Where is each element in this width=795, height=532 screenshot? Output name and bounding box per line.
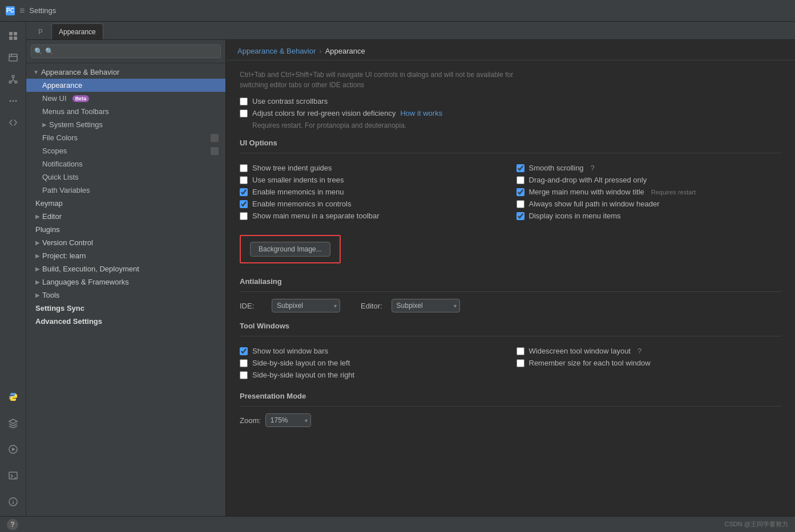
how-it-works-link[interactable]: How it works <box>400 109 442 117</box>
side-by-side-left-checkbox[interactable] <box>240 359 248 367</box>
merge-menu-checkbox[interactable] <box>516 188 524 196</box>
widescreen-help-icon[interactable]: ? <box>637 347 641 355</box>
show-tool-bars-checkbox[interactable] <box>240 347 248 355</box>
ui-options-divider <box>240 153 781 153</box>
always-full-path-row: Always show full path in window header <box>516 200 782 208</box>
sidebar-item-advanced-settings[interactable]: Advanced Settings <box>26 315 225 328</box>
svg-point-5 <box>12 75 14 78</box>
sidebar-item-version-control[interactable]: ▶ Version Control <box>26 236 225 249</box>
search-input[interactable] <box>31 44 221 58</box>
zoom-label: Zoom: <box>240 416 261 425</box>
app-icon: PC <box>6 6 15 15</box>
red-green-checkbox[interactable] <box>240 109 248 117</box>
side-by-side-right-label[interactable]: Side-by-side layout on the right <box>252 371 354 379</box>
sidebar-icon-run[interactable] <box>3 440 23 459</box>
editor-aa-label: Editor: <box>361 302 382 310</box>
sidebar-item-appearance-behavior[interactable]: ▼ Appearance & Behavior <box>26 66 225 79</box>
sidebar-item-plugins[interactable]: Plugins <box>26 223 225 236</box>
widescreen-label[interactable]: Widescreen tool window layout <box>529 347 631 355</box>
mnemonics-controls-row: Enable mnemonics in controls <box>240 200 505 208</box>
sidebar-icon-modules[interactable] <box>3 70 23 89</box>
sidebar-icon-expand[interactable] <box>3 113 23 132</box>
smaller-indents-label[interactable]: Use smaller indents in trees <box>252 176 344 184</box>
help-button[interactable]: ? <box>7 519 18 530</box>
file-colors-icon <box>211 134 219 142</box>
widescreen-checkbox[interactable] <box>516 347 524 355</box>
presentation-mode-section: Presentation Mode Zoom: 100% 125% 150% 1… <box>240 392 781 427</box>
sidebar-icon-explorer[interactable] <box>3 48 23 67</box>
drag-drop-checkbox[interactable] <box>516 176 524 184</box>
mnemonics-menu-checkbox[interactable] <box>240 188 248 196</box>
remember-size-checkbox[interactable] <box>516 359 524 367</box>
sidebar-item-file-colors[interactable]: File Colors <box>26 131 225 144</box>
smooth-scrolling-label[interactable]: Smooth scrolling <box>529 164 584 172</box>
sidebar-item-notifications[interactable]: Notifications <box>26 157 225 170</box>
sidebar-item-tools[interactable]: ▶ Tools <box>26 289 225 302</box>
beta-badge: Beta <box>72 95 90 102</box>
drag-drop-label[interactable]: Drag-and-drop with Alt pressed only <box>529 176 647 184</box>
main-menu-toolbar-checkbox[interactable] <box>240 212 248 220</box>
always-full-path-label[interactable]: Always show full path in window header <box>529 200 660 208</box>
sidebar-icon-layers[interactable] <box>3 413 23 433</box>
titlebar: PC ≡ Settings <box>0 0 795 22</box>
sidebar-item-scopes[interactable]: Scopes <box>26 144 225 157</box>
sidebar-item-system-settings[interactable]: ▶ System Settings <box>26 118 225 131</box>
mnemonics-controls-checkbox[interactable] <box>240 200 248 208</box>
zoom-select[interactable]: 100% 125% 150% 175% 200% <box>265 413 311 427</box>
drag-drop-alt-row: Drag-and-drop with Alt pressed only <box>516 176 782 184</box>
sidebar-item-project-learn[interactable]: ▶ Project: learn <box>26 249 225 262</box>
settings-body: Ctrl+Tab and Ctrl+Shift+Tab will navigat… <box>226 60 795 441</box>
side-by-side-right-checkbox[interactable] <box>240 371 248 379</box>
tree-indent-checkbox[interactable] <box>240 164 248 172</box>
red-green-label[interactable]: Adjust colors for red-green vision defic… <box>252 109 396 117</box>
breadcrumb-separator: › <box>319 47 321 55</box>
tree-indent-label[interactable]: Show tree indent guides <box>252 164 332 172</box>
display-icons-label[interactable]: Display icons in menu items <box>529 212 621 220</box>
tool-windows-divider <box>240 336 781 336</box>
sidebar-item-new-ui[interactable]: New UI Beta <box>26 92 225 105</box>
tab-appearance[interactable]: Appearance <box>51 23 103 39</box>
svg-point-14 <box>13 499 13 500</box>
mnemonics-menu-row: Enable mnemonics in menu <box>240 188 505 196</box>
search-icon: 🔍 <box>34 47 43 55</box>
sidebar-item-settings-sync[interactable]: Settings Sync <box>26 302 225 315</box>
settings-content: Appearance & Behavior › Appearance Ctrl+… <box>226 40 795 516</box>
menu-icon[interactable]: ≡ <box>19 6 25 16</box>
sidebar-icon-python[interactable] <box>3 387 23 407</box>
mnemonics-controls-label[interactable]: Enable mnemonics in controls <box>252 200 351 208</box>
zoom-row: Zoom: 100% 125% 150% 175% 200% ▾ <box>240 413 781 427</box>
smaller-indents-row: Use smaller indents in trees <box>240 176 505 184</box>
breadcrumb-current: Appearance <box>325 47 365 55</box>
editor-aa-select[interactable]: None Greyscale Subpixel <box>392 299 460 312</box>
sidebar-item-quick-lists[interactable]: Quick Lists <box>26 170 225 184</box>
sidebar-icon-home[interactable] <box>3 26 23 46</box>
sidebar-icon-more[interactable] <box>3 91 23 111</box>
smaller-indents-checkbox[interactable] <box>240 176 248 184</box>
ide-aa-select[interactable]: None Greyscale Subpixel <box>272 299 340 312</box>
contrast-scrollbars-label[interactable]: Use contrast scrollbars <box>252 97 328 105</box>
remember-size-label[interactable]: Remember size for each tool window <box>529 359 651 367</box>
tree-indent-row: Show tree indent guides <box>240 164 505 172</box>
background-image-button[interactable]: Background Image... <box>250 242 330 257</box>
display-icons-checkbox[interactable] <box>516 212 524 220</box>
smooth-scrolling-checkbox[interactable] <box>516 164 524 172</box>
sidebar-item-menus-toolbars[interactable]: Menus and Toolbars <box>26 105 225 118</box>
always-full-path-checkbox[interactable] <box>516 200 524 208</box>
sidebar-icon-info[interactable] <box>3 492 23 511</box>
breadcrumb-parent[interactable]: Appearance & Behavior <box>237 47 316 55</box>
show-tool-bars-label[interactable]: Show tool window bars <box>252 347 328 355</box>
mnemonics-menu-label[interactable]: Enable mnemonics in menu <box>252 188 344 196</box>
main-menu-toolbar-label[interactable]: Show main menu in a separate toolbar <box>252 212 380 220</box>
sidebar-item-appearance[interactable]: Appearance <box>26 79 225 92</box>
contrast-scrollbars-checkbox[interactable] <box>240 98 248 105</box>
merge-menu-label[interactable]: Merge main menu with window title <box>529 188 644 196</box>
sidebar-item-languages-frameworks[interactable]: ▶ Languages & Frameworks <box>26 275 225 289</box>
sidebar-item-path-variables[interactable]: Path Variables <box>26 184 225 197</box>
side-by-side-left-label[interactable]: Side-by-side layout on the left <box>252 359 350 367</box>
tab-project[interactable]: P <box>31 23 50 39</box>
smooth-scrolling-help-icon[interactable]: ? <box>591 164 595 172</box>
sidebar-icon-terminal[interactable] <box>3 466 23 485</box>
sidebar-item-build-execution[interactable]: ▶ Build, Execution, Deployment <box>26 262 225 275</box>
sidebar-item-keymap[interactable]: Keymap <box>26 197 225 210</box>
sidebar-item-editor[interactable]: ▶ Editor <box>26 210 225 223</box>
